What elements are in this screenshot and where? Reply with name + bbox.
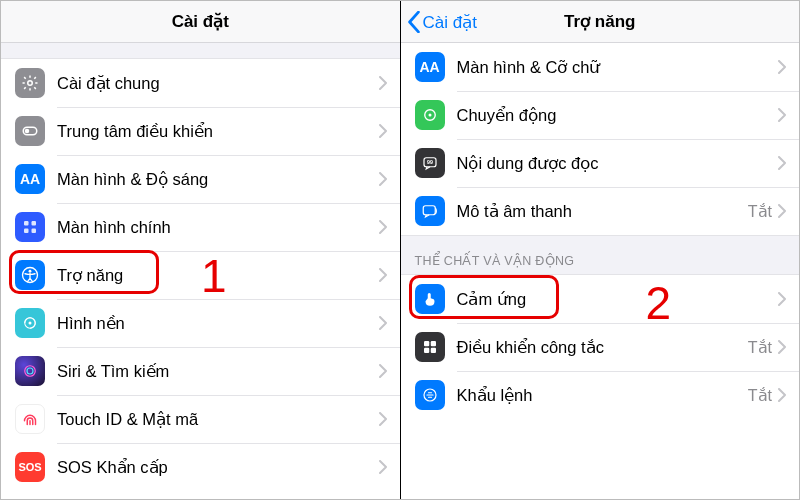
section-header-physical: THỂ CHẤT VÀ VẬN ĐỘNG (401, 235, 800, 275)
row-display[interactable]: AA Màn hình & Độ sáng (1, 155, 400, 203)
row-value: Tắt (748, 202, 772, 221)
row-motion[interactable]: Chuyển động (401, 91, 800, 139)
audiodesc-icon (415, 196, 445, 226)
switch-icon (415, 332, 445, 362)
row-label: Touch ID & Mật mã (57, 410, 379, 429)
row-touch[interactable]: Cảm ứng (401, 275, 800, 323)
display-icon: AA (15, 164, 45, 194)
spoken-icon: 99 (415, 148, 445, 178)
back-button[interactable]: Cài đặt (407, 1, 477, 43)
row-siri[interactable]: Siri & Tìm kiếm (1, 347, 400, 395)
touchid-icon (15, 404, 45, 434)
row-display-text[interactable]: AA Màn hình & Cỡ chữ (401, 43, 800, 91)
row-accessibility[interactable]: Trợ năng (1, 251, 400, 299)
row-label: Điều khiển công tắc (457, 338, 748, 357)
row-audio-desc[interactable]: Mô tả âm thanh Tắt (401, 187, 800, 235)
row-general[interactable]: Cài đặt chung (1, 59, 400, 107)
voice-icon (415, 380, 445, 410)
chevron-right-icon (778, 292, 787, 306)
svg-point-0 (28, 81, 33, 86)
header: Cài đặt (1, 1, 400, 43)
chevron-right-icon (379, 172, 388, 186)
row-homescreen[interactable]: Màn hình chính (1, 203, 400, 251)
row-wallpaper[interactable]: Hình nền (1, 299, 400, 347)
touch-icon (415, 284, 445, 314)
wallpaper-icon (15, 308, 45, 338)
svg-point-14 (428, 114, 431, 117)
back-label: Cài đặt (423, 12, 477, 33)
svg-text:99: 99 (427, 159, 433, 165)
svg-point-12 (27, 368, 33, 374)
chevron-right-icon (379, 220, 388, 234)
row-label: Trung tâm điều khiển (57, 122, 379, 141)
row-label: Siri & Tìm kiếm (57, 362, 379, 381)
siri-icon (15, 356, 45, 386)
chevron-right-icon (379, 412, 388, 426)
accessibility-icon (15, 260, 45, 290)
chevron-right-icon (778, 108, 787, 122)
row-label: Màn hình chính (57, 218, 379, 237)
svg-point-2 (25, 129, 30, 134)
section-gap (1, 43, 400, 59)
settings-root-pane: Cài đặt Cài đặt chung Trung tâm điều khi… (1, 1, 400, 499)
svg-point-8 (29, 270, 32, 273)
row-label: Mô tả âm thanh (457, 202, 748, 221)
svg-rect-3 (24, 221, 29, 226)
chevron-left-icon (407, 11, 421, 33)
row-label: Nội dung được đọc (457, 154, 779, 173)
sos-icon: SOS (15, 452, 45, 482)
row-voice-control[interactable]: Khẩu lệnh Tắt (401, 371, 800, 419)
svg-rect-18 (424, 341, 429, 346)
row-switch-control[interactable]: Điều khiển công tắc Tắt (401, 323, 800, 371)
chevron-right-icon (379, 316, 388, 330)
chevron-right-icon (379, 364, 388, 378)
row-control-center[interactable]: Trung tâm điều khiển (1, 107, 400, 155)
aa-icon: AA (415, 52, 445, 82)
svg-rect-6 (32, 229, 37, 234)
header-title: Cài đặt (172, 11, 229, 32)
row-value: Tắt (748, 386, 772, 405)
chevron-right-icon (778, 388, 787, 402)
row-value: Tắt (748, 338, 772, 357)
header: Cài đặt Trợ năng (401, 1, 800, 43)
svg-point-10 (29, 322, 32, 325)
row-sos[interactable]: SOS SOS Khẩn cấp (1, 443, 400, 491)
svg-rect-17 (423, 206, 435, 215)
svg-rect-4 (32, 221, 37, 226)
row-label: Trợ năng (57, 266, 379, 285)
chevron-right-icon (778, 204, 787, 218)
row-label: Màn hình & Độ sáng (57, 170, 379, 189)
chevron-right-icon (778, 156, 787, 170)
chevron-right-icon (379, 460, 388, 474)
svg-rect-20 (424, 348, 429, 353)
header-title: Trợ năng (564, 11, 635, 32)
svg-rect-5 (24, 229, 29, 234)
motion-icon (415, 100, 445, 130)
homescreen-icon (15, 212, 45, 242)
chevron-right-icon (379, 268, 388, 282)
controlcenter-icon (15, 116, 45, 146)
row-label: Cài đặt chung (57, 74, 379, 93)
row-label: Hình nền (57, 314, 379, 333)
row-label: SOS Khẩn cấp (57, 458, 379, 477)
chevron-right-icon (778, 340, 787, 354)
svg-rect-19 (430, 341, 435, 346)
row-label: Màn hình & Cỡ chữ (457, 58, 779, 77)
accessibility-pane: Cài đặt Trợ năng AA Màn hình & Cỡ chữ Ch… (401, 1, 800, 499)
row-label: Khẩu lệnh (457, 386, 748, 405)
chevron-right-icon (379, 76, 388, 90)
svg-rect-21 (430, 348, 435, 353)
row-spoken[interactable]: 99 Nội dung được đọc (401, 139, 800, 187)
svg-point-11 (25, 366, 36, 377)
row-label: Chuyển động (457, 106, 779, 125)
row-label: Cảm ứng (457, 290, 779, 309)
chevron-right-icon (778, 60, 787, 74)
chevron-right-icon (379, 124, 388, 138)
gear-icon (15, 68, 45, 98)
row-touchid[interactable]: Touch ID & Mật mã (1, 395, 400, 443)
